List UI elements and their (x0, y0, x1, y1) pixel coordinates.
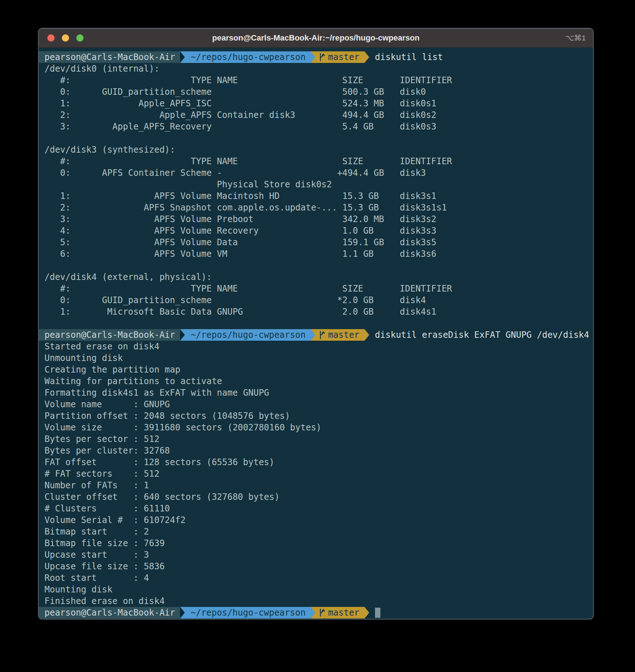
powerline-separator-icon (180, 607, 185, 618)
powerline-separator-icon (311, 329, 315, 341)
prompt-user-host: pearson@Carls-MacBook-Air (39, 607, 180, 618)
powerline-separator-icon (365, 607, 369, 618)
title-bar[interactable]: pearson@Carls-MacBook-Air:~/repos/hugo-c… (39, 29, 593, 48)
tab-shortcut-hint: ⌥⌘1 (565, 29, 586, 47)
prompt-user-host: pearson@Carls-MacBook-Air (39, 329, 180, 341)
minimize-button[interactable] (62, 34, 69, 42)
git-branch-icon (318, 330, 325, 340)
prompt-git-segment: master (315, 51, 365, 63)
prompt-git-segment: master (315, 329, 365, 341)
powerline-separator-icon (180, 329, 185, 341)
terminal-window: pearson@Carls-MacBook-Air:~/repos/hugo-c… (38, 28, 594, 620)
terminal-cursor[interactable] (375, 608, 380, 618)
erase-disk-output: Started erase on disk4 Unmounting disk C… (44, 341, 593, 607)
prompt-directory: ~/repos/hugo-cwpearson (185, 329, 311, 341)
git-branch-name: master (328, 607, 359, 618)
prompt-user-host: pearson@Carls-MacBook-Air (39, 51, 180, 63)
prompt-git-segment: master (315, 607, 365, 618)
shell-prompt: pearson@Carls-MacBook-Air ~/repos/hugo-c… (39, 51, 593, 63)
typed-command: diskutil list (369, 51, 443, 63)
shell-prompt: pearson@Carls-MacBook-Air ~/repos/hugo-c… (39, 607, 593, 618)
powerline-separator-icon (180, 51, 185, 63)
typed-command: diskutil eraseDisk ExFAT GNUPG /dev/disk… (369, 329, 589, 341)
git-branch-icon (318, 52, 325, 62)
close-button[interactable] (47, 34, 55, 42)
powerline-separator-icon (365, 329, 369, 341)
git-branch-icon (318, 608, 325, 617)
window-title: pearson@Carls-MacBook-Air:~/repos/hugo-c… (39, 33, 593, 43)
prompt-directory: ~/repos/hugo-cwpearson (185, 607, 311, 618)
prompt-directory: ~/repos/hugo-cwpearson (185, 51, 311, 63)
diskutil-list-output: /dev/disk0 (internal): #: TYPE NAME SIZE… (44, 63, 593, 318)
git-branch-name: master (328, 329, 359, 341)
zoom-button[interactable] (76, 34, 84, 42)
powerline-separator-icon (311, 51, 315, 63)
terminal-content[interactable]: pearson@Carls-MacBook-Air ~/repos/hugo-c… (39, 48, 593, 618)
powerline-separator-icon (365, 51, 369, 63)
powerline-separator-icon (311, 607, 315, 618)
git-branch-name: master (328, 51, 359, 63)
window-controls (47, 29, 84, 47)
shell-prompt: pearson@Carls-MacBook-Air ~/repos/hugo-c… (39, 329, 593, 341)
